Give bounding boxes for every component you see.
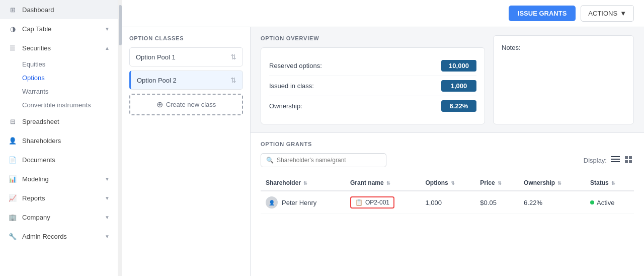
create-class-button[interactable]: ⊕ Create new class bbox=[129, 94, 243, 115]
status-dot-active bbox=[590, 200, 594, 204]
col-price[interactable]: Price ⇅ bbox=[475, 175, 519, 191]
table-row: 👤 Peter Henry 📋 OP2-001 1,000 bbox=[261, 191, 634, 214]
securities-icon: ☰ bbox=[8, 43, 17, 52]
svg-rect-3 bbox=[625, 156, 628, 159]
notes-card: Notes: bbox=[493, 35, 634, 124]
chevron-down-icon-modeling: ▼ bbox=[105, 176, 110, 182]
sort-icon-grant-name: ⇅ bbox=[386, 181, 390, 186]
sidebar-item-securities[interactable]: ☰ Securities ▲ bbox=[0, 38, 118, 57]
sidebar-item-documents[interactable]: 📄 Documents bbox=[0, 150, 118, 169]
option-overview-title: OPTION OVERVIEW bbox=[261, 35, 485, 41]
main-content: ISSUE GRANTS ACTIONS ▼ OPTION CLASSES Op… bbox=[122, 0, 644, 276]
status-label: Active bbox=[597, 199, 614, 206]
reserved-value: 10,000 bbox=[441, 60, 476, 72]
grid-view-icon bbox=[625, 156, 633, 163]
shareholders-icon: 👤 bbox=[8, 136, 17, 145]
documents-icon: 📄 bbox=[8, 155, 17, 164]
move-icon-1: ⇅ bbox=[230, 53, 236, 61]
sort-icon-status: ⇅ bbox=[611, 181, 615, 186]
chevron-down-icon-reports: ▼ bbox=[105, 195, 110, 201]
display-controls: Display: bbox=[584, 155, 634, 166]
sidebar-label-securities: Securities bbox=[22, 44, 51, 52]
issue-grants-button[interactable]: ISSUE GRANTS bbox=[509, 6, 576, 21]
svg-rect-4 bbox=[629, 156, 632, 159]
sidebar-item-dashboard[interactable]: ⊞ Dashboard bbox=[0, 0, 118, 19]
stat-row-reserved: Reserved options: 10,000 bbox=[269, 56, 476, 76]
option-classes-panel: OPTION CLASSES Option Pool 1 ⇅ Option Po… bbox=[122, 27, 251, 276]
search-box[interactable]: 🔍 bbox=[261, 153, 386, 167]
scrollbar-track[interactable] bbox=[118, 0, 122, 276]
move-icon-2: ⇅ bbox=[230, 76, 236, 84]
notes-label: Notes: bbox=[502, 44, 521, 51]
sidebar-item-options[interactable]: Options bbox=[22, 71, 118, 85]
option-class-item-2[interactable]: Option Pool 2 ⇅ bbox=[129, 71, 243, 90]
cell-grant-name: 📋 OP2-001 bbox=[345, 191, 421, 214]
col-status[interactable]: Status ⇅ bbox=[585, 175, 634, 191]
sidebar-item-admin-records[interactable]: 🔧 Admin Records ▼ bbox=[0, 227, 118, 246]
ownership-value: 6.22% bbox=[441, 100, 476, 112]
col-shareholder[interactable]: Shareholder ⇅ bbox=[261, 175, 345, 191]
stat-row-issued: Issued in class: 1,000 bbox=[269, 76, 476, 96]
spreadsheet-icon: ⊟ bbox=[8, 117, 17, 126]
sidebar-item-cap-table[interactable]: ◑ Cap Table ▼ bbox=[0, 19, 118, 38]
col-grant-name[interactable]: Grant name ⇅ bbox=[345, 175, 421, 191]
option-grants-title: OPTION GRANTS bbox=[261, 141, 312, 147]
col-price-label: Price bbox=[480, 179, 495, 186]
grants-table: Shareholder ⇅ Grant name ⇅ Options ⇅ bbox=[261, 175, 634, 214]
securities-submenu: Equities Options Warrants Convertible in… bbox=[0, 57, 118, 112]
option-classes-title: OPTION CLASSES bbox=[129, 35, 243, 41]
overview-section: OPTION OVERVIEW Reserved options: 10,000… bbox=[261, 35, 485, 124]
shareholder-cell: 👤 Peter Henry bbox=[266, 196, 340, 209]
list-view-icon bbox=[611, 156, 620, 163]
chevron-down-icon: ▼ bbox=[105, 26, 110, 32]
sidebar-item-reports[interactable]: 📈 Reports ▼ bbox=[0, 188, 118, 208]
svg-rect-2 bbox=[611, 161, 620, 162]
display-list-button[interactable] bbox=[610, 155, 621, 166]
grants-section: OPTION GRANTS 🔍 Display: bbox=[251, 133, 644, 276]
modeling-icon: 📊 bbox=[8, 174, 17, 183]
actions-button[interactable]: ACTIONS ▼ bbox=[581, 5, 634, 22]
chevron-down-icon-actions: ▼ bbox=[620, 10, 626, 17]
chevron-down-icon-company: ▼ bbox=[105, 215, 110, 220]
sidebar-item-warrants[interactable]: Warrants bbox=[22, 85, 118, 98]
col-options-label: Options bbox=[425, 179, 448, 186]
table-header-row: Shareholder ⇅ Grant name ⇅ Options ⇅ bbox=[261, 175, 634, 191]
sidebar-item-company[interactable]: 🏢 Company ▼ bbox=[0, 208, 118, 227]
display-grid-button[interactable] bbox=[624, 155, 634, 166]
grants-header: OPTION GRANTS bbox=[261, 141, 634, 147]
sidebar-label-spreadsheet: Spreadsheet bbox=[22, 118, 59, 125]
issued-label: Issued in class: bbox=[269, 82, 314, 90]
content-area: OPTION CLASSES Option Pool 1 ⇅ Option Po… bbox=[122, 27, 644, 276]
reports-icon: 📈 bbox=[8, 193, 17, 202]
create-class-label: Create new class bbox=[166, 101, 216, 108]
col-options[interactable]: Options ⇅ bbox=[420, 175, 475, 191]
issued-value: 1,000 bbox=[441, 80, 476, 92]
svg-rect-0 bbox=[611, 156, 620, 157]
sort-icon-options: ⇅ bbox=[451, 181, 455, 186]
cap-table-icon: ◑ bbox=[8, 24, 17, 33]
actions-label: ACTIONS bbox=[588, 10, 617, 17]
sidebar-label-modeling: Modeling bbox=[22, 175, 49, 183]
option-class-label-2: Option Pool 2 bbox=[137, 77, 177, 84]
sidebar-label-shareholders: Shareholders bbox=[22, 137, 61, 145]
option-class-item-1[interactable]: Option Pool 1 ⇅ bbox=[129, 47, 243, 66]
admin-icon: 🔧 bbox=[8, 232, 17, 241]
scrollbar-thumb[interactable] bbox=[119, 5, 122, 45]
col-grant-name-label: Grant name bbox=[350, 179, 384, 186]
grant-badge[interactable]: 📋 OP2-001 bbox=[350, 196, 394, 209]
sidebar-item-shareholders[interactable]: 👤 Shareholders bbox=[0, 131, 118, 150]
svg-rect-6 bbox=[629, 160, 632, 163]
sort-icon-shareholder: ⇅ bbox=[303, 181, 307, 186]
search-icon: 🔍 bbox=[266, 157, 274, 164]
sidebar-item-equities[interactable]: Equities bbox=[22, 57, 118, 71]
option-class-label-1: Option Pool 1 bbox=[136, 53, 176, 61]
cell-shareholder: 👤 Peter Henry bbox=[261, 191, 345, 214]
chevron-down-icon-admin: ▼ bbox=[105, 234, 110, 239]
sidebar-item-spreadsheet[interactable]: ⊟ Spreadsheet bbox=[0, 112, 118, 131]
overview-card: Reserved options: 10,000 Issued in class… bbox=[261, 47, 485, 124]
col-ownership[interactable]: Ownership ⇅ bbox=[519, 175, 585, 191]
sidebar-item-convertible[interactable]: Convertible instruments bbox=[22, 98, 118, 112]
right-panel: OPTION OVERVIEW Reserved options: 10,000… bbox=[251, 27, 644, 276]
sidebar-item-modeling[interactable]: 📊 Modeling ▼ bbox=[0, 169, 118, 188]
search-input[interactable] bbox=[277, 157, 381, 164]
